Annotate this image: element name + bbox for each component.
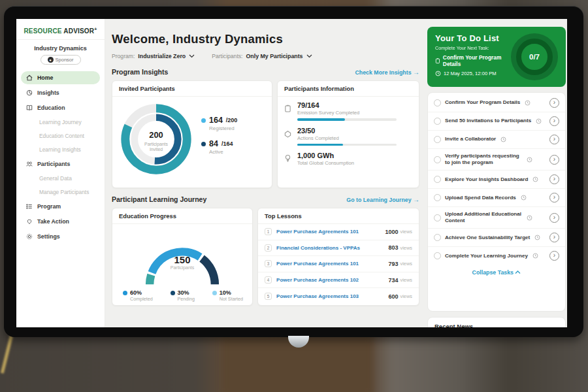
lesson-row[interactable]: 1 Power Purchase Agreements 101 1000 vie… bbox=[258, 224, 419, 240]
todo-task-row[interactable]: Verify participants requesting to join t… bbox=[428, 149, 565, 171]
stat-label: Total Global Consumption bbox=[297, 160, 354, 166]
legend-item-active: 84/164 Active bbox=[201, 139, 237, 155]
donut-legend: 164/200 Registered 84/164 Active bbox=[201, 116, 237, 163]
sidebar-item-learning-insights[interactable]: Learning Insights bbox=[21, 144, 100, 155]
todo-next-task-label: Confirm Your Program Details bbox=[443, 54, 511, 67]
sidebar-item-education-content[interactable]: Education Content bbox=[21, 130, 100, 142]
task-go-button[interactable]: › bbox=[549, 193, 559, 203]
legend-dot bbox=[201, 118, 206, 123]
lesson-row[interactable]: 5 Power Purchase Agreements 103 600 view… bbox=[258, 288, 419, 304]
program-label: Program: bbox=[112, 53, 135, 59]
todo-panel: Your To Do List Complete Your Next Task:… bbox=[425, 19, 567, 327]
collapse-tasks-button[interactable]: Collapse Tasks bbox=[428, 265, 565, 278]
todo-task-row[interactable]: Achieve One Sustainability Target › bbox=[428, 229, 565, 247]
task-go-button[interactable]: › bbox=[549, 213, 559, 223]
stat-label: Actions Completed bbox=[297, 135, 397, 141]
task-checkbox[interactable] bbox=[434, 252, 441, 259]
sidebar-item-manage-participants[interactable]: Manage Participants bbox=[21, 186, 100, 198]
todo-task-row[interactable]: Complete Your Learning Journey › bbox=[428, 247, 565, 265]
todo-task-row[interactable]: Upload Spend Data Records › bbox=[428, 189, 565, 207]
participants-select[interactable]: Participants: Only My Participants bbox=[212, 53, 312, 59]
lesson-views-suffix: views bbox=[400, 229, 412, 235]
lesson-rank: 1 bbox=[265, 228, 272, 235]
lesson-title-link[interactable]: Power Purchase Agreements 101 bbox=[276, 229, 385, 235]
sidebar-item-program[interactable]: Program bbox=[21, 200, 100, 213]
lesson-row[interactable]: 4 Power Purchase Agreements 102 734 view… bbox=[258, 272, 419, 289]
task-go-button[interactable]: › bbox=[549, 155, 559, 165]
participants-icon bbox=[25, 160, 33, 168]
todo-progress-ring: 0/7 bbox=[516, 39, 553, 75]
task-checkbox[interactable] bbox=[434, 136, 441, 143]
sponsor-badge[interactable]: ● Sponsor bbox=[41, 55, 81, 65]
lesson-views-suffix: views bbox=[400, 245, 412, 251]
task-checkbox[interactable] bbox=[434, 214, 441, 221]
task-go-button[interactable]: › bbox=[549, 233, 559, 242]
sidebar-item-take-action[interactable]: Take Action bbox=[21, 215, 100, 228]
stat-value: 23/50 bbox=[297, 127, 397, 135]
task-go-button[interactable]: › bbox=[549, 135, 559, 144]
insights-cards-row: Invited Participants 200 Participants In… bbox=[112, 80, 419, 188]
legend-item-not-started: 10% Not Started bbox=[212, 289, 243, 302]
legend-item-registered: 164/200 Registered bbox=[201, 116, 237, 131]
legend-value: 164 bbox=[209, 116, 223, 125]
sidebar-item-label: Participants bbox=[37, 161, 70, 167]
lesson-row[interactable]: 2 Financial Considerations - VPPAs 803 v… bbox=[258, 240, 419, 257]
invited-participants-card: Invited Participants 200 Participants In… bbox=[112, 80, 272, 188]
sidebar-item-label: Settings bbox=[37, 233, 60, 240]
task-checkbox[interactable] bbox=[434, 99, 441, 106]
task-checkbox[interactable] bbox=[434, 118, 441, 125]
sidebar-item-label: Program bbox=[37, 203, 61, 210]
clock-icon bbox=[525, 100, 531, 106]
todo-task-row[interactable]: Explore Your Insights Dashboard › bbox=[428, 171, 565, 189]
lesson-title-link[interactable]: Power Purchase Agreements 102 bbox=[276, 277, 388, 283]
task-go-button[interactable]: › bbox=[549, 174, 559, 184]
legend-dot bbox=[171, 291, 175, 295]
todo-task-row[interactable]: Upload Additional Educational Content › bbox=[428, 207, 565, 229]
task-checkbox[interactable] bbox=[434, 156, 441, 163]
todo-next-task[interactable]: Confirm Your Program Details bbox=[435, 54, 511, 67]
task-go-button[interactable]: › bbox=[549, 116, 559, 126]
sidebar-item-learning-journey[interactable]: Learning Journey bbox=[21, 116, 100, 128]
program-select[interactable]: Program: Industrialize Zero bbox=[112, 53, 195, 59]
task-go-button[interactable]: › bbox=[549, 98, 559, 108]
dashboard-screen: RESOURCE ADVISOR+ Industry Dynamics ● Sp… bbox=[16, 19, 567, 327]
learning-journey-header: Participant Learning Journey Go to Learn… bbox=[112, 195, 419, 203]
sidebar-item-insights[interactable]: Insights bbox=[21, 86, 100, 99]
todo-task-row[interactable]: Send 50 Invitations to Participants › bbox=[428, 112, 565, 131]
lesson-title-link[interactable]: Power Purchase Agreements 101 bbox=[276, 261, 388, 267]
legend-item-pending: 30% Pending bbox=[171, 289, 195, 302]
sidebar-item-general-data[interactable]: General Data bbox=[21, 172, 100, 184]
todo-task-row[interactable]: Confirm Your Program Details › bbox=[428, 94, 565, 112]
sidebar-item-education[interactable]: Education bbox=[21, 101, 100, 114]
check-more-insights-link[interactable]: Check More Insights → bbox=[355, 69, 420, 76]
lesson-row[interactable]: 3 Power Purchase Agreements 101 793 view… bbox=[258, 256, 419, 272]
lesson-views-suffix: views bbox=[400, 293, 412, 299]
task-checkbox[interactable] bbox=[434, 234, 441, 241]
page-title: Welcome, Industry Dynamics bbox=[112, 32, 419, 46]
gauge-legend: 60% Completed 30% Pending 10% Not Starte… bbox=[112, 288, 252, 302]
lesson-title-link[interactable]: Power Purchase Agreements 103 bbox=[276, 293, 388, 299]
task-go-button[interactable]: › bbox=[549, 251, 559, 261]
invited-donut-chart: 200 Participants Invited bbox=[118, 101, 195, 178]
sidebar-item-participants[interactable]: Participants bbox=[21, 157, 100, 171]
lesson-views-suffix: views bbox=[400, 277, 412, 283]
sidebar-item-settings[interactable]: Settings bbox=[21, 230, 100, 243]
clock-icon bbox=[534, 235, 540, 240]
lesson-title-link[interactable]: Financial Considerations - VPPAs bbox=[276, 245, 388, 251]
arrow-right-icon: → bbox=[413, 196, 419, 203]
go-to-learning-journey-link[interactable]: Go to Learning Journey → bbox=[346, 196, 419, 203]
legend-dot bbox=[123, 291, 127, 295]
legend-label: Completed bbox=[130, 296, 153, 302]
task-label: Complete Your Learning Journey bbox=[445, 253, 528, 259]
task-checkbox[interactable] bbox=[434, 194, 441, 201]
sidebar-item-home[interactable]: Home bbox=[21, 71, 100, 84]
sidebar-subitem-label: General Data bbox=[39, 175, 72, 182]
legend-label: Not Started bbox=[220, 296, 243, 302]
task-checkbox[interactable] bbox=[434, 176, 441, 183]
todo-task-row[interactable]: Invite a Collaborator › bbox=[428, 131, 565, 149]
lesson-views: 793 bbox=[388, 261, 398, 267]
sidebar: RESOURCE ADVISOR+ Industry Dynamics ● Sp… bbox=[16, 19, 105, 327]
todo-progress-value: 0/7 bbox=[529, 53, 540, 61]
legend-pct: 60% bbox=[130, 289, 153, 296]
top-lessons-card: Top Lessons 1 Power Purchase Agreements … bbox=[257, 208, 419, 306]
